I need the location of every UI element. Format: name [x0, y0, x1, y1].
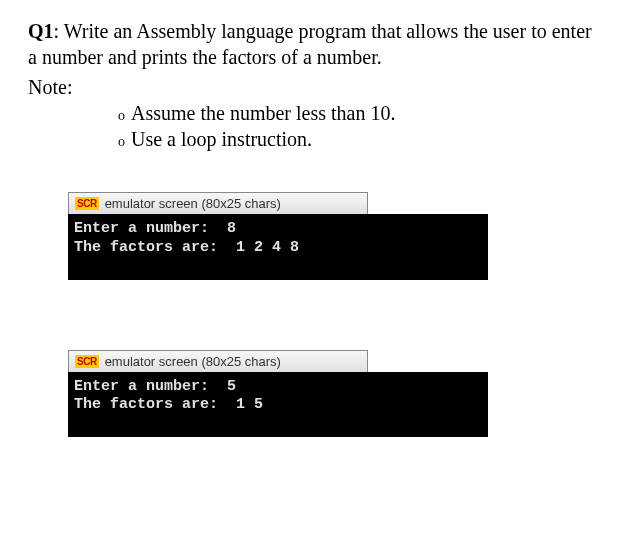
window-titlebar: SCR emulator screen (80x25 chars)	[68, 350, 368, 372]
console-line: The factors are: 1 2 4 8	[74, 239, 299, 256]
question-text: Q1: Write an Assembly language program t…	[28, 18, 599, 70]
window-title: emulator screen (80x25 chars)	[105, 354, 281, 369]
question-label: Q1	[28, 20, 54, 42]
question-body: : Write an Assembly language program tha…	[28, 20, 592, 68]
window-titlebar: SCR emulator screen (80x25 chars)	[68, 192, 368, 214]
emulator-window: SCR emulator screen (80x25 chars) Enter …	[68, 350, 599, 438]
bullet-marker-icon: o	[118, 107, 125, 125]
window-title: emulator screen (80x25 chars)	[105, 196, 281, 211]
scr-icon: SCR	[75, 355, 99, 368]
note-bullets: o Assume the number less than 10. o Use …	[118, 100, 599, 152]
console-output: Enter a number: 5 The factors are: 1 5	[68, 372, 488, 438]
bullet-text: Assume the number less than 10.	[131, 100, 395, 126]
bullet-item: o Use a loop instruction.	[118, 126, 599, 152]
scr-icon: SCR	[75, 197, 99, 210]
bullet-marker-icon: o	[118, 133, 125, 151]
console-line: Enter a number: 5	[74, 378, 236, 395]
bullet-text: Use a loop instruction.	[131, 126, 312, 152]
emulator-window: SCR emulator screen (80x25 chars) Enter …	[68, 192, 599, 280]
console-output: Enter a number: 8 The factors are: 1 2 4…	[68, 214, 488, 280]
console-line: Enter a number: 8	[74, 220, 236, 237]
console-line: The factors are: 1 5	[74, 396, 263, 413]
bullet-item: o Assume the number less than 10.	[118, 100, 599, 126]
note-label: Note:	[28, 74, 599, 100]
